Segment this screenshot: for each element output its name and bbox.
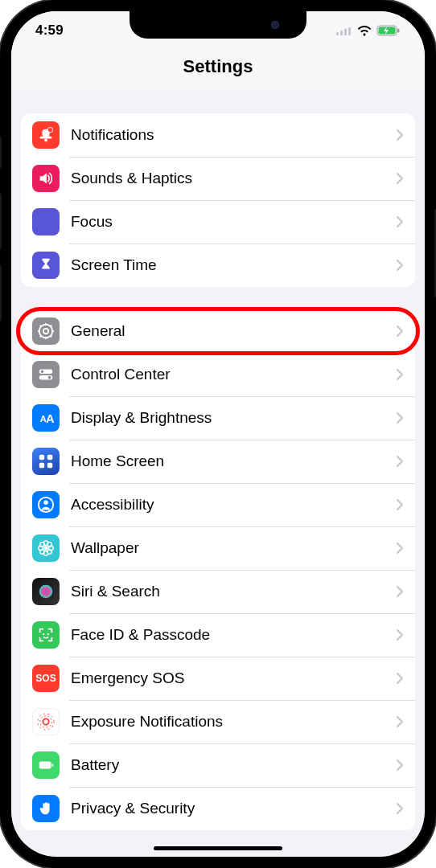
svg-rect-27 — [39, 455, 44, 460]
chevron-right-icon — [396, 172, 404, 185]
svg-point-43 — [43, 633, 44, 635]
chevron-right-icon — [396, 259, 404, 272]
settings-row-screentime[interactable]: Screen Time — [21, 244, 415, 287]
settings-row-accessibility[interactable]: Accessibility — [21, 483, 415, 526]
svg-point-12 — [43, 329, 48, 334]
svg-rect-49 — [51, 764, 53, 767]
content-scroll[interactable]: Notifications Sounds & Haptics Focus Scr… — [11, 91, 425, 857]
hand-icon — [32, 795, 60, 822]
siri-icon — [32, 578, 60, 605]
settings-row-label: Accessibility — [71, 496, 396, 514]
svg-rect-3 — [348, 27, 351, 35]
screen: 4:59 Settings Notifications Sounds & Hap… — [11, 11, 425, 857]
svg-point-45 — [43, 719, 48, 724]
settings-row-faceid[interactable]: Face ID & Passcode — [21, 613, 415, 657]
toggles-icon — [32, 361, 60, 388]
chevron-right-icon — [396, 455, 404, 468]
chevron-right-icon — [396, 498, 404, 511]
home-indicator[interactable] — [154, 846, 282, 850]
text-size-icon: AA — [32, 404, 60, 432]
svg-line-19 — [40, 336, 42, 338]
settings-row-sounds[interactable]: Sounds & Haptics — [21, 157, 415, 200]
mute-switch — [0, 137, 2, 169]
settings-row-label: Control Center — [71, 366, 396, 383]
settings-row-display[interactable]: AA Display & Brightness — [21, 396, 415, 440]
chevron-right-icon — [396, 215, 404, 228]
settings-row-homescreen[interactable]: Home Screen — [21, 440, 415, 483]
chevron-right-icon — [396, 411, 404, 424]
device-frame: 4:59 Settings Notifications Sounds & Hap… — [0, 0, 436, 868]
svg-point-10 — [47, 127, 52, 132]
chevron-right-icon — [396, 715, 404, 728]
status-indicators — [336, 25, 401, 36]
settings-row-label: Home Screen — [71, 452, 396, 470]
chevron-right-icon — [396, 542, 404, 555]
moon-icon — [32, 208, 60, 235]
settings-row-label: Wallpaper — [71, 539, 396, 557]
settings-row-label: Emergency SOS — [71, 669, 396, 687]
svg-line-18 — [51, 336, 52, 338]
front-camera — [271, 21, 279, 29]
svg-rect-2 — [344, 29, 347, 35]
settings-row-label: General — [71, 322, 396, 340]
svg-rect-6 — [397, 29, 400, 33]
svg-rect-28 — [47, 455, 52, 460]
chevron-right-icon — [396, 672, 404, 685]
svg-point-42 — [39, 585, 53, 599]
settings-row-label: Privacy & Security — [71, 800, 396, 817]
chevron-right-icon — [396, 585, 404, 598]
hourglass-icon — [32, 252, 60, 279]
grid-icon — [32, 448, 60, 475]
battery-icon — [376, 25, 401, 36]
settings-row-battery[interactable]: Battery — [21, 743, 415, 787]
settings-row-general[interactable]: General — [21, 309, 415, 353]
settings-row-label: Screen Time — [71, 256, 396, 274]
status-time: 4:59 — [35, 23, 64, 39]
sos-icon: SOS — [32, 665, 60, 692]
svg-line-20 — [51, 326, 52, 327]
settings-row-focus[interactable]: Focus — [21, 200, 415, 244]
settings-row-label: Siri & Search — [71, 583, 396, 600]
settings-row-notifications[interactable]: Notifications — [21, 113, 415, 157]
chevron-right-icon — [396, 759, 404, 772]
svg-point-22 — [41, 371, 44, 374]
chevron-right-icon — [396, 325, 404, 338]
settings-row-label: Face ID & Passcode — [71, 626, 396, 644]
svg-point-24 — [48, 376, 51, 379]
exposure-icon — [32, 708, 60, 735]
settings-row-sos[interactable]: SOS Emergency SOS — [21, 657, 415, 700]
svg-rect-0 — [336, 32, 339, 35]
chevron-right-icon — [396, 368, 404, 381]
settings-row-privacy[interactable]: Privacy & Security — [21, 787, 415, 830]
settings-row-controlcenter[interactable]: Control Center — [21, 353, 415, 396]
flower-icon — [32, 534, 60, 562]
speaker-icon — [32, 165, 60, 192]
settings-group: Notifications Sounds & Haptics Focus Scr… — [21, 113, 415, 287]
bell-icon — [32, 121, 60, 149]
gear-icon — [32, 317, 60, 345]
wifi-icon — [357, 26, 372, 36]
volume-down-button — [0, 265, 2, 321]
battery-icon — [32, 751, 60, 779]
settings-row-siri[interactable]: Siri & Search — [21, 570, 415, 613]
svg-rect-8 — [40, 137, 52, 139]
svg-rect-48 — [39, 761, 51, 768]
settings-row-wallpaper[interactable]: Wallpaper — [21, 526, 415, 570]
chevron-right-icon — [396, 628, 404, 641]
settings-row-exposure[interactable]: Exposure Notifications — [21, 700, 415, 743]
svg-rect-1 — [340, 31, 343, 35]
chevron-right-icon — [396, 802, 404, 815]
svg-point-33 — [43, 546, 48, 551]
svg-point-47 — [38, 714, 54, 730]
person-icon — [32, 491, 60, 518]
svg-text:A: A — [46, 412, 55, 425]
svg-point-32 — [43, 501, 48, 506]
svg-rect-29 — [39, 463, 44, 468]
settings-row-label: Battery — [71, 756, 396, 774]
volume-up-button — [0, 193, 2, 249]
settings-row-label: Display & Brightness — [71, 409, 396, 427]
cellular-icon — [336, 26, 352, 35]
notch — [130, 11, 306, 39]
svg-point-9 — [44, 139, 47, 142]
svg-point-46 — [40, 716, 52, 728]
